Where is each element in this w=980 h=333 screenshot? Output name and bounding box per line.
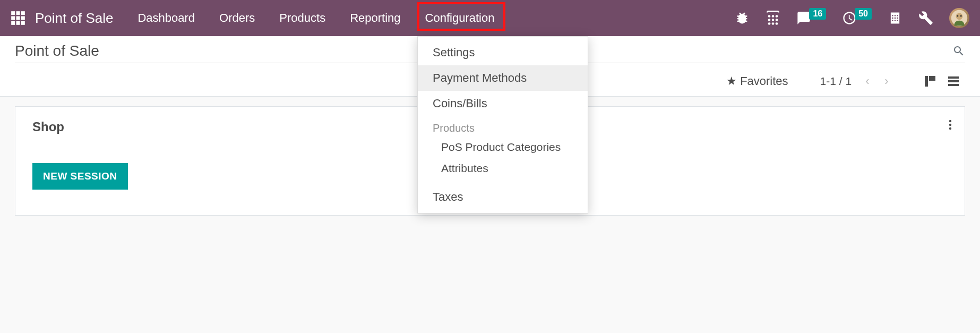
user-avatar[interactable] xyxy=(949,8,969,28)
nav-products[interactable]: Products xyxy=(277,11,328,25)
page-title: Point of Sale xyxy=(15,42,99,59)
bug-icon[interactable] xyxy=(735,11,750,25)
new-session-button[interactable]: NEW SESSION xyxy=(32,163,128,190)
svg-rect-22 xyxy=(925,76,928,87)
search-icon[interactable] xyxy=(952,45,965,57)
svg-rect-25 xyxy=(948,76,959,79)
nav-orders[interactable]: Orders xyxy=(217,11,257,25)
view-switcher xyxy=(918,71,965,91)
nav-reporting[interactable]: Reporting xyxy=(348,11,402,25)
apps-grid-icon[interactable] xyxy=(11,11,25,25)
svg-rect-6 xyxy=(11,21,15,25)
nav-dashboard[interactable]: Dashboard xyxy=(135,11,197,25)
svg-rect-1 xyxy=(16,11,20,15)
pager-prev[interactable]: ‹ xyxy=(860,74,875,89)
dropdown-payment-methods[interactable]: Payment Methods xyxy=(418,65,588,91)
svg-rect-2 xyxy=(21,11,25,15)
svg-rect-7 xyxy=(16,21,20,25)
messages-button[interactable]: 16 xyxy=(796,11,826,25)
building-icon[interactable] xyxy=(888,11,902,25)
pager-next[interactable]: › xyxy=(879,74,894,89)
nav-configuration[interactable]: Configuration xyxy=(423,11,497,25)
dropdown-products-header: Products xyxy=(418,116,588,136)
dropdown-coins-bills[interactable]: Coins/Bills xyxy=(418,91,588,116)
dropdown-settings[interactable]: Settings xyxy=(418,40,588,65)
activities-badge: 50 xyxy=(855,8,872,20)
svg-point-13 xyxy=(772,19,775,21)
svg-point-17 xyxy=(776,22,778,25)
svg-point-10 xyxy=(772,15,775,18)
dropdown-taxes[interactable]: Taxes xyxy=(418,184,588,210)
svg-point-14 xyxy=(776,19,778,21)
svg-rect-27 xyxy=(948,84,959,86)
messages-badge: 16 xyxy=(809,8,826,20)
svg-point-16 xyxy=(772,22,775,25)
svg-rect-26 xyxy=(948,80,959,82)
card-menu-icon[interactable] xyxy=(949,119,952,132)
svg-point-28 xyxy=(949,120,951,122)
svg-rect-24 xyxy=(929,82,935,87)
dialpad-icon[interactable] xyxy=(766,11,780,25)
dropdown-attributes[interactable]: Attributes xyxy=(418,158,588,179)
svg-rect-3 xyxy=(11,16,15,20)
svg-point-11 xyxy=(776,15,778,18)
pager: 1-1 / 1 ‹ › xyxy=(820,74,894,89)
dropdown-pos-product-categories[interactable]: PoS Product Categories xyxy=(418,136,588,158)
svg-rect-5 xyxy=(21,16,25,20)
configuration-dropdown: Settings Payment Methods Coins/Bills Pro… xyxy=(417,36,588,214)
pager-text: 1-1 / 1 xyxy=(820,75,852,87)
nav-right: 16 50 xyxy=(735,8,969,28)
activities-button[interactable]: 50 xyxy=(842,11,872,25)
view-list-button[interactable] xyxy=(942,71,965,91)
svg-point-20 xyxy=(957,15,958,16)
svg-point-29 xyxy=(949,124,951,126)
svg-point-15 xyxy=(768,22,771,25)
app-name[interactable]: Point of Sale xyxy=(35,10,113,27)
svg-rect-8 xyxy=(21,21,25,25)
svg-rect-0 xyxy=(11,11,15,15)
svg-point-12 xyxy=(768,19,771,21)
svg-rect-23 xyxy=(929,76,935,81)
tools-icon[interactable] xyxy=(918,11,933,25)
svg-point-21 xyxy=(960,15,962,16)
svg-point-30 xyxy=(949,127,951,130)
nav-menu: Dashboard Orders Products Reporting Conf… xyxy=(135,11,496,25)
svg-point-9 xyxy=(768,15,771,18)
view-kanban-button[interactable] xyxy=(918,71,942,91)
svg-rect-4 xyxy=(16,16,20,20)
favorites-button[interactable]: ★ Favorites xyxy=(726,74,788,88)
top-navbar: Point of Sale Dashboard Orders Products … xyxy=(0,0,980,36)
